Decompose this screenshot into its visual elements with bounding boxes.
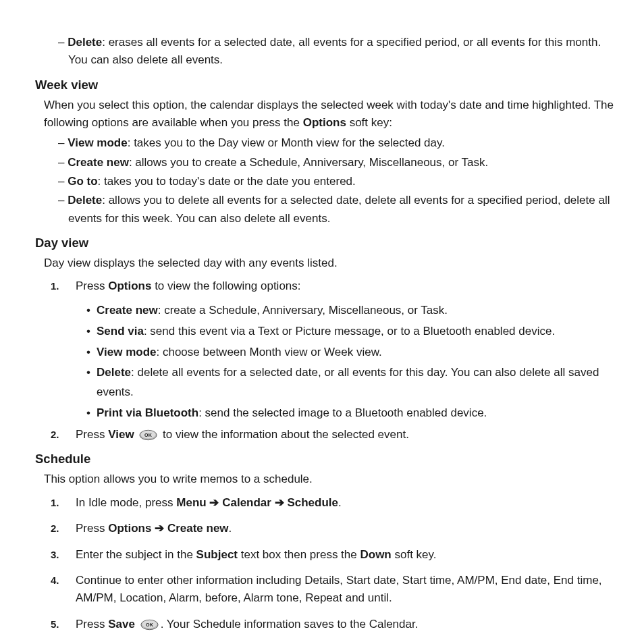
schedule-step-1: 1. In Idle mode, press Menu ➔ Calendar ➔…: [35, 494, 614, 512]
text: Enter the subject in the: [76, 548, 196, 561]
bold: Options: [108, 522, 151, 535]
period: .: [338, 496, 342, 509]
option-label: Send via: [97, 325, 144, 338]
option-label: View mode: [97, 346, 157, 358]
step-number: 1.: [51, 495, 59, 510]
bold: Down: [360, 548, 391, 561]
bold: Subject: [196, 548, 238, 561]
schedule-step-2: 2. Press Options ➔ Create new.: [35, 520, 614, 537]
option-label: Print via Bluetooth: [97, 406, 198, 419]
day-options-list: Create new: create a Schedule, Anniversa…: [86, 301, 614, 423]
month-option-delete: – Delete: erases all events for a select…: [58, 34, 614, 70]
option-text: : takes you to the Day view or Month vie…: [128, 136, 445, 149]
text: In Idle mode, press: [76, 496, 176, 509]
schedule-step-3: 3. Enter the subject in the Subject text…: [35, 546, 614, 564]
option-label: View mode: [68, 136, 128, 149]
schedule-step-5: 5. Press Save . Your Schedule informatio…: [35, 616, 614, 633]
option-label: Create new: [97, 304, 158, 317]
text: text box then press the: [238, 548, 360, 561]
option-label: Delete: [68, 36, 102, 49]
option-label: Create new: [68, 156, 129, 169]
day-step-2: 2. Press View to view the information ab…: [35, 426, 614, 444]
text: Press: [76, 428, 108, 441]
arrow-icon: ➔: [155, 522, 164, 535]
day-option-item: Send via: send this event via a Text or …: [86, 322, 614, 342]
week-intro-post: soft key:: [346, 116, 392, 129]
schedule-steps: 1. In Idle mode, press Menu ➔ Calendar ➔…: [35, 494, 614, 633]
option-text: : create a Schedule, Anniversary, Miscel…: [158, 304, 448, 317]
bold: View: [108, 428, 134, 441]
heading-week-view: Week view: [35, 78, 614, 92]
period: .: [229, 522, 232, 535]
text: Press: [76, 279, 108, 292]
heading-schedule: Schedule: [35, 452, 614, 466]
option-text: : delete all events for a selected date,…: [97, 366, 599, 398]
arrow-icon: ➔: [209, 496, 219, 509]
bold: Menu: [176, 496, 206, 509]
week-option-item: – View mode: takes you to the Day view o…: [58, 134, 614, 152]
step-number: 5.: [51, 616, 59, 632]
week-intro-bold: Options: [303, 116, 346, 129]
day-option-item: Print via Bluetooth: send the selected i…: [86, 404, 614, 423]
text: to view the information about the select…: [163, 428, 409, 441]
bold: Create new: [167, 522, 229, 535]
option-label: Go to: [68, 175, 97, 188]
arrow-icon: ➔: [275, 496, 284, 509]
option-text: : erases all events for a selected date,…: [68, 36, 601, 66]
option-text: : send the selected image to a Bluetooth…: [198, 406, 487, 419]
bold: Calendar: [222, 496, 271, 509]
option-text: : allows you to delete all events for a …: [68, 194, 610, 224]
day-option-item: View mode: choose between Month view or …: [86, 343, 614, 363]
day-option-item: Create new: create a Schedule, Anniversa…: [86, 301, 614, 321]
step-number: 4.: [51, 572, 59, 588]
text: . Your Schedule information saves to the…: [161, 618, 419, 630]
schedule-step-4: 4. Continue to enter other information i…: [35, 572, 614, 608]
document-page: – Delete: erases all events for a select…: [0, 0, 644, 644]
ok-button-icon: [139, 429, 157, 441]
step-number: 2.: [51, 520, 59, 536]
week-view-intro: When you select this option, the calenda…: [44, 97, 614, 132]
week-option-item: – Go to: takes you to today's date or th…: [58, 173, 614, 190]
text: soft key.: [392, 548, 437, 561]
step-number: 3.: [51, 547, 59, 562]
ok-button-icon: [140, 619, 159, 630]
week-option-item: – Create new: allows you to create a Sch…: [58, 154, 614, 171]
option-text: : send this event via a Text or Picture …: [144, 325, 555, 338]
text: Press: [76, 522, 108, 535]
day-view-intro: Day view displays the selected day with …: [44, 254, 614, 272]
option-text: : allows you to create a Schedule, Anniv…: [129, 156, 488, 169]
bold: Save: [108, 618, 135, 630]
text: to view the following options:: [151, 279, 300, 292]
day-step-1: 1. Press Options to view the following o…: [35, 277, 614, 423]
bold: Schedule: [287, 496, 338, 509]
day-option-item: Delete: delete all events for a selected…: [86, 363, 614, 402]
option-text: : choose between Month view or Week view…: [157, 346, 382, 358]
text: Press: [76, 618, 108, 630]
step-number: 2.: [51, 427, 59, 442]
heading-day-view: Day view: [35, 236, 614, 250]
week-option-item: – Delete: allows you to delete all event…: [58, 192, 614, 227]
schedule-intro: This option allows you to write memos to…: [44, 471, 614, 488]
step-number: 1.: [51, 278, 59, 294]
day-view-steps: 1. Press Options to view the following o…: [35, 277, 614, 444]
option-text: : takes you to today's date or the date …: [98, 175, 356, 188]
bold: Options: [108, 279, 151, 292]
text: Continue to enter other information incl…: [76, 574, 602, 604]
option-label: Delete: [97, 366, 131, 379]
option-label: Delete: [68, 194, 102, 207]
